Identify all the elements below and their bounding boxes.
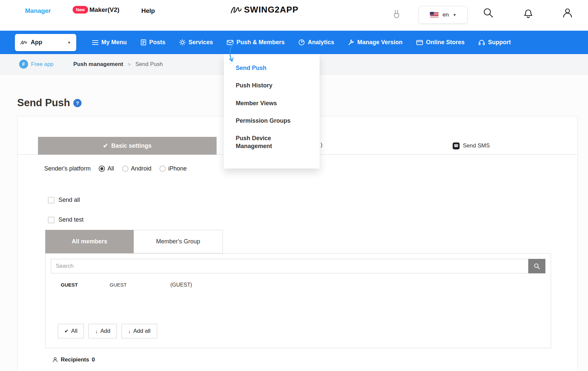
tab-all-members[interactable]: All members — [45, 230, 134, 253]
radio-label: All — [108, 165, 114, 172]
chevron-down-icon: ▼ — [453, 13, 457, 17]
radio-button[interactable] — [99, 166, 105, 172]
manager-link[interactable]: Manager — [25, 7, 51, 15]
check-icon: ✔ — [103, 142, 108, 149]
main-nav: App ▼ My Menu Posts — [0, 31, 588, 54]
nav-label: Support — [488, 39, 511, 46]
nav-item-push-members[interactable]: Push & Members — [227, 39, 285, 46]
sender-platform-label: Sender's platform — [44, 165, 91, 172]
radio-label: iPhone — [168, 165, 187, 172]
radio-button[interactable] — [122, 166, 128, 172]
nav-label: Online Stores — [426, 39, 465, 46]
breadcrumb-current: Send Push — [135, 61, 163, 68]
new-badge: New — [73, 6, 88, 14]
nav-item-my-menu[interactable]: My Menu — [92, 39, 127, 46]
add-all-label: Add all — [133, 328, 151, 334]
free-app-label[interactable]: Free app — [31, 61, 53, 68]
recipients-count: 0 — [92, 356, 95, 363]
nav-item-support[interactable]: Support — [478, 39, 511, 46]
nav-item-analytics[interactable]: Analytics — [298, 39, 334, 46]
nav-items: My Menu Posts Services — [92, 39, 511, 46]
down-arrow-icon: ↓ — [95, 328, 98, 334]
help-question-icon[interactable]: ? — [73, 99, 82, 107]
check-icon: ✔ — [64, 328, 69, 334]
nav-label: Services — [189, 39, 213, 46]
member-id: GUEST — [110, 282, 127, 288]
tab-send-sms[interactable]: ☎ Send SMS — [453, 137, 490, 155]
send-all-option[interactable]: Send all — [48, 197, 80, 203]
send-test-label: Send test — [58, 216, 84, 223]
headset-icon — [478, 40, 485, 46]
notifications-bell-icon[interactable] — [523, 7, 534, 18]
menu-item-member-views[interactable]: Member Views — [236, 99, 298, 107]
tab-basic-label: Basic settings — [111, 142, 152, 149]
swing2app-logo[interactable]: SWING2APP — [230, 5, 298, 15]
search-input[interactable] — [51, 259, 528, 273]
tab-members-group[interactable]: Member's Group — [134, 230, 223, 253]
radio-platform-android[interactable]: Android — [122, 165, 152, 172]
tab-basic-settings[interactable]: ✔ Basic settings — [38, 137, 217, 155]
app-selector-label: App — [31, 39, 42, 46]
tab-sms-label: Send SMS — [463, 142, 490, 149]
down-arrow-icon: ↓ — [128, 328, 131, 334]
nav-label: Posts — [149, 39, 165, 46]
wrench-icon — [348, 39, 354, 46]
us-flag-icon — [430, 12, 439, 18]
nav-item-posts[interactable]: Posts — [141, 39, 165, 46]
search-button[interactable] — [528, 259, 545, 273]
logo-text: SWING2APP — [244, 5, 298, 15]
select-all-label: All — [71, 328, 78, 334]
member-panel-actions: ✔ All ↓ Add ↓ Add all — [58, 324, 157, 338]
maker-label: Maker(V2) — [89, 6, 120, 14]
nav-label: Analytics — [308, 39, 334, 46]
radio-platform-iphone[interactable]: iPhone — [159, 165, 187, 172]
send-all-checkbox[interactable] — [48, 197, 54, 203]
select-all-button[interactable]: ✔ All — [58, 324, 84, 338]
member-name: GUEST — [61, 282, 78, 288]
menu-item-permission-groups[interactable]: Permission Groups — [236, 117, 298, 125]
language-label: en — [443, 12, 449, 18]
pie-chart-icon — [298, 39, 305, 46]
envelope-icon — [227, 40, 233, 45]
account-user-icon[interactable] — [562, 7, 573, 18]
storefront-icon — [416, 40, 423, 45]
push-members-dropdown: Send Push Push History Member Views Perm… — [224, 54, 320, 169]
menu-item-push-history[interactable]: Push History — [236, 81, 298, 89]
help-link[interactable]: Help — [141, 7, 155, 15]
recipients-person-icon — [52, 357, 58, 363]
free-app-badge-icon: F — [19, 60, 28, 69]
send-test-option[interactable]: Send test — [48, 216, 84, 223]
radio-label: Android — [131, 165, 152, 172]
send-test-checkbox[interactable] — [48, 217, 54, 223]
search-icon[interactable] — [483, 7, 494, 18]
add-button[interactable]: ↓ Add — [88, 324, 117, 338]
member-panel: GUEST GUEST (GUEST) ✔ All ↓ Add ↓ Add al… — [45, 253, 551, 348]
language-selector[interactable]: en ▼ — [419, 6, 467, 24]
tab-occluded-fragment: ) — [321, 142, 323, 148]
app-selector-dropdown[interactable]: App ▼ — [15, 34, 76, 51]
member-nickname: (GUEST) — [170, 282, 192, 288]
send-all-label: Send all — [58, 197, 80, 203]
nav-label: My Menu — [101, 39, 127, 46]
nav-item-online-stores[interactable]: Online Stores — [416, 39, 465, 46]
add-all-button[interactable]: ↓ Add all — [121, 324, 157, 338]
maker-v2-link[interactable]: New Maker(V2) — [73, 6, 120, 14]
member-search-row — [51, 259, 545, 273]
magnifier-icon — [534, 263, 540, 269]
nav-item-manage-version[interactable]: Manage Version — [348, 39, 402, 46]
recipients-row: Recipients 0 — [52, 356, 95, 363]
recipients-label: Recipients — [61, 356, 89, 363]
chevron-down-icon: ▼ — [67, 41, 71, 45]
breadcrumb-section[interactable]: Push management — [73, 61, 123, 68]
menu-item-push-device-management[interactable]: Push Device Management — [236, 134, 298, 150]
radio-platform-all[interactable]: All — [99, 165, 114, 172]
breadcrumb-separator: > — [128, 61, 131, 67]
member-list-item-guest[interactable]: GUEST GUEST (GUEST) — [46, 282, 551, 292]
document-icon — [141, 39, 146, 46]
phone-icon: ☎ — [453, 142, 460, 149]
radio-button[interactable] — [159, 166, 166, 172]
add-label: Add — [100, 328, 110, 334]
page-title-row: Send Push ? — [17, 97, 82, 109]
menu-item-send-push[interactable]: Send Push — [236, 64, 298, 72]
nav-item-services[interactable]: Services — [179, 39, 213, 46]
